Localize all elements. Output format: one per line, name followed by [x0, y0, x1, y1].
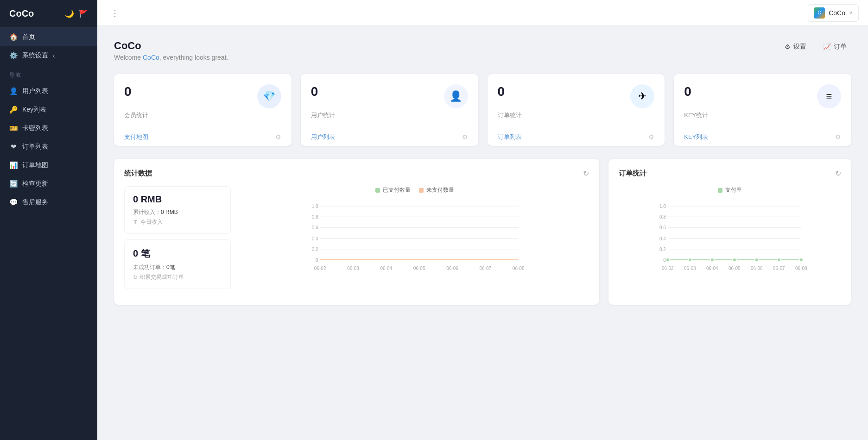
- user-avatar: C: [814, 7, 825, 19]
- settings-button[interactable]: ⚙ 设置: [780, 40, 811, 54]
- moon-icon[interactable]: 🌙: [65, 9, 74, 18]
- svg-text:0: 0: [316, 258, 318, 263]
- chevron-down-icon: ∨: [849, 10, 853, 16]
- user-name: CoCo: [829, 9, 845, 17]
- stat-label-members: 会员统计: [124, 111, 281, 119]
- sidebar-icon-card-list: 🎫: [9, 124, 18, 132]
- orders-accumulate: ↻ 积累交易成功订单: [133, 273, 222, 281]
- stat-icon-keys: ≡: [817, 84, 841, 108]
- subtitle-suffix: , everything looks great.: [159, 54, 228, 61]
- sidebar-item-after-sale[interactable]: 💬 售后服务: [0, 193, 97, 212]
- stat-number-orders: 0: [498, 84, 505, 99]
- stat-link-users[interactable]: 用户列表: [311, 133, 335, 141]
- svg-point-43: [777, 258, 781, 262]
- stat-card-top-keys: 0 ≡: [684, 84, 841, 108]
- sidebar-item-check-update[interactable]: 🔄 检查更新: [0, 175, 97, 193]
- sidebar-item-order-list[interactable]: ❤ 订单列表: [0, 138, 97, 156]
- stat-link-keys[interactable]: KEY列表: [684, 133, 708, 141]
- page-title: CoCo: [114, 40, 228, 52]
- stat-card-top-members: 0 💎: [124, 84, 281, 108]
- subtitle-prefix: Welcome: [114, 54, 143, 61]
- legend-label: 已支付数量: [383, 186, 411, 194]
- stat-icon-users: 👤: [444, 84, 468, 108]
- sidebar-icon-order-map: 📊: [9, 161, 18, 170]
- sidebar-item-system-settings[interactable]: ⚙️ 系统设置 ‹: [0, 46, 97, 65]
- sidebar-logo: CoCo 🌙 🚩: [0, 0, 97, 28]
- orders-card: 0 笔 未成功订单：0笔 ↻ 积累交易成功订单: [124, 239, 231, 289]
- sidebar-icon-user-list: 👤: [9, 87, 18, 95]
- svg-text:06-04: 06-04: [706, 266, 718, 271]
- stat-gear-members[interactable]: ⚙: [275, 133, 281, 141]
- order-button[interactable]: 📈 订单: [818, 40, 851, 54]
- order-refresh-button[interactable]: ↻: [835, 169, 841, 178]
- legend-dot: [419, 188, 424, 193]
- order-label: 订单: [834, 43, 847, 51]
- content-area: CoCo Welcome CoCo, everything looks grea…: [97, 26, 868, 440]
- stat-link-members[interactable]: 支付地图: [124, 133, 148, 141]
- settings-icon: ⚙: [785, 43, 791, 50]
- sidebar-icon-after-sale: 💬: [9, 198, 18, 207]
- stat-label-orders: 订单统计: [498, 111, 655, 119]
- svg-text:0.4: 0.4: [659, 236, 666, 241]
- svg-text:1.0: 1.0: [312, 204, 318, 209]
- stats-chart-title: 统计数据: [124, 169, 152, 178]
- stat-icon-orders: ✈: [630, 84, 654, 108]
- revenue-card: 0 RMB 累计收入：0 RMB 🗓 今日收入: [124, 186, 231, 234]
- settings-label: 设置: [793, 43, 806, 51]
- svg-text:06-05: 06-05: [413, 266, 425, 271]
- legend-label: 未支付数量: [426, 186, 454, 194]
- stat-number-keys: 0: [684, 84, 691, 99]
- svg-point-39: [688, 258, 692, 262]
- stats-chart-area: 已支付数量 未支付数量 00.20.40.60.81.006-0206-0306…: [240, 186, 589, 295]
- order-chart-header: 订单统计 ↻: [619, 169, 841, 178]
- sidebar-label-order-list: 订单列表: [22, 143, 48, 151]
- svg-point-38: [666, 258, 670, 262]
- revenue-amount: 0 RMB: [133, 194, 222, 205]
- stat-number-users: 0: [311, 84, 318, 99]
- sidebar-item-card-list[interactable]: 🎫 卡密列表: [0, 119, 97, 138]
- sidebar-item-home[interactable]: 🏠 首页: [0, 28, 97, 46]
- sidebar-item-user-list[interactable]: 👤 用户列表: [0, 82, 97, 101]
- svg-text:06-08: 06-08: [795, 266, 807, 271]
- sidebar-item-order-map[interactable]: 📊 订单地图: [0, 156, 97, 175]
- stat-card-users: 0 👤 用户统计 用户列表 ⚙: [301, 74, 478, 146]
- svg-text:06-03: 06-03: [347, 266, 359, 271]
- svg-text:06-03: 06-03: [684, 266, 696, 271]
- stats-chart-header: 统计数据 ↻: [124, 169, 589, 178]
- stat-card-top-orders: 0 ✈: [498, 84, 655, 108]
- sidebar-icon-home: 🏠: [9, 33, 18, 41]
- stat-card-members: 0 💎 会员统计 支付地图 ⚙: [114, 74, 291, 146]
- stat-gear-users[interactable]: ⚙: [462, 133, 468, 141]
- order-legend-item: 支付率: [718, 186, 742, 194]
- stats-line-chart: 00.20.40.60.81.006-0206-0306-0406-0506-0…: [240, 199, 589, 273]
- stats-chart-inner: 0 RMB 累计收入：0 RMB 🗓 今日收入 0 笔: [124, 186, 589, 295]
- order-legend-dot: [718, 188, 722, 193]
- legend-item: 已支付数量: [375, 186, 411, 194]
- stat-link-orders[interactable]: 订单列表: [498, 133, 522, 141]
- stat-card-orders: 0 ✈ 订单统计 订单列表 ⚙: [488, 74, 665, 146]
- stat-cards: 0 💎 会员统计 支付地图 ⚙ 0 👤 用户统计 用户列表 ⚙ 0 ✈ 订单统计: [114, 74, 851, 146]
- revenue-cumulative: 累计收入：0 RMB: [133, 208, 222, 216]
- sidebar-label-after-sale: 售后服务: [22, 198, 48, 207]
- stats-refresh-button[interactable]: ↻: [583, 169, 589, 178]
- flag-icon[interactable]: 🚩: [79, 9, 88, 18]
- sidebar-label-check-update: 检查更新: [22, 180, 48, 188]
- charts-row: 统计数据 ↻ 0 RMB 累计收入：0 RMB 🗓 今日收入: [114, 159, 851, 305]
- sidebar-icon-check-update: 🔄: [9, 180, 18, 188]
- stat-footer-users: 用户列表 ⚙: [311, 128, 468, 146]
- sidebar-label-system-settings: 系统设置: [22, 51, 48, 60]
- user-badge[interactable]: C CoCo ∨: [808, 4, 859, 22]
- stat-gear-orders[interactable]: ⚙: [648, 133, 654, 141]
- sidebar-icon-key-list: 🔑: [9, 106, 18, 114]
- sidebar-item-key-list[interactable]: 🔑 Key列表: [0, 101, 97, 119]
- stat-label-keys: KEY统计: [684, 111, 841, 119]
- page-title-area: CoCo Welcome CoCo, everything looks grea…: [114, 40, 228, 61]
- topbar-menu-button[interactable]: ⋮: [107, 6, 123, 20]
- stat-gear-keys[interactable]: ⚙: [835, 133, 841, 141]
- page-actions: ⚙ 设置 📈 订单: [780, 40, 851, 54]
- stat-icon-members: 💎: [257, 84, 281, 108]
- sidebar: CoCo 🌙 🚩 🏠 首页 ⚙️ 系统设置 ‹ 导航 👤 用户列表🔑 Key列表…: [0, 0, 97, 440]
- chart-left-stats: 0 RMB 累计收入：0 RMB 🗓 今日收入 0 笔: [124, 186, 231, 295]
- svg-text:06-02: 06-02: [662, 266, 674, 271]
- svg-text:06-04: 06-04: [380, 266, 393, 271]
